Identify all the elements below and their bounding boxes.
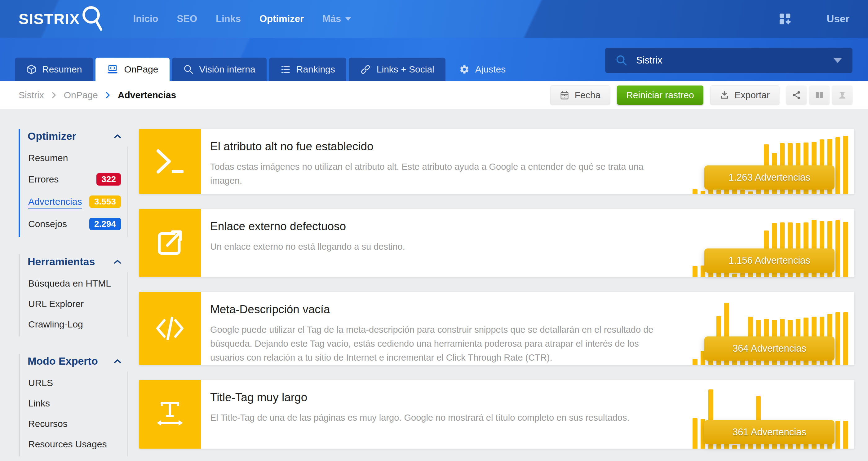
- page-actions: Fecha Reiniciar rastreo Exportar: [550, 86, 852, 105]
- secondary-actions: [786, 86, 852, 105]
- search-icon: [616, 55, 627, 66]
- chart-bar: [740, 443, 745, 449]
- project-search-input[interactable]: [636, 55, 825, 66]
- warnings-count-button[interactable]: 361 Advertencias: [704, 420, 835, 444]
- chevron-down-icon: [345, 17, 351, 21]
- graduate-icon: [838, 91, 847, 100]
- main-nav: Inicio SEO Links Optimizer Más: [133, 13, 352, 25]
- nav-item-optimizer[interactable]: Optimizer: [259, 13, 304, 25]
- warning-title[interactable]: Meta-Descripción vacía: [210, 303, 675, 316]
- warning-description: Todas estas imágenes no utilizan el atri…: [210, 160, 675, 188]
- breadcrumb-row: Sistrix OnPage Advertencias Fecha Reinic…: [0, 81, 868, 109]
- tab-rankings[interactable]: Rankings: [269, 58, 346, 81]
- sistrix-logo[interactable]: SISTRIX: [19, 5, 103, 33]
- sidebar-item-urls[interactable]: URLS: [28, 373, 122, 393]
- warnings-count-button[interactable]: 1.156 Advertencias: [704, 249, 835, 273]
- sidebar-item-resumen[interactable]: Resumen: [28, 148, 122, 168]
- section-items: URLS Links Recursos Resources Usages: [19, 371, 128, 456]
- warning-card-broken-external-link: Enlace externo defectuoso Un enlace exte…: [139, 209, 855, 277]
- reiniciar-rastreo-button[interactable]: Reiniciar rastreo: [617, 86, 703, 105]
- sidebar-item-resources-usages[interactable]: Resources Usages: [28, 434, 122, 455]
- share-button[interactable]: [786, 86, 807, 105]
- breadcrumb-onpage[interactable]: OnPage: [64, 90, 98, 100]
- code-icon: [139, 292, 201, 365]
- chevron-down-icon[interactable]: [833, 58, 842, 63]
- warning-card-title-tag-too-long: Title-Tag muy largo El Title-Tag de una …: [139, 380, 855, 449]
- sidebar-item-consejos[interactable]: Consejos 2.294: [28, 213, 122, 235]
- logo-text: SISTRIX: [19, 10, 80, 28]
- search-icon: [183, 64, 194, 75]
- sidebar-item-errores[interactable]: Errores 322: [28, 168, 122, 191]
- chart-bar: [701, 191, 706, 194]
- optimizer-tabstrip: Resumen OnPage Visión interna Rankings: [0, 38, 868, 81]
- breadcrumb-advertencias: Advertencias: [118, 90, 176, 100]
- sidebar-item-busqueda-html[interactable]: Búsqueda en HTML: [28, 273, 122, 294]
- calendar-icon: [560, 91, 569, 100]
- warning-title[interactable]: El atributo alt no fue establecido: [210, 140, 675, 153]
- sidebar-section-herramientas: Herramientas Búsqueda en HTML URL Explor…: [19, 254, 128, 336]
- share-icon: [792, 91, 801, 100]
- chart-bar: [692, 266, 698, 277]
- warnings-count-button[interactable]: 1.263 Advertencias: [704, 165, 835, 190]
- chart-bar: [835, 312, 840, 365]
- tab-onpage[interactable]: OnPage: [95, 58, 169, 81]
- warning-cards: El atributo alt no fue establecido Todas…: [139, 129, 855, 461]
- chevron-up-icon: [114, 259, 122, 265]
- exportar-button[interactable]: Exportar: [710, 86, 779, 105]
- chart-bar: [843, 312, 848, 365]
- tab-links-social[interactable]: Links + Social: [349, 58, 445, 81]
- nav-item-mas[interactable]: Más: [322, 13, 351, 25]
- nav-item-links[interactable]: Links: [216, 13, 241, 25]
- chart-bar: [708, 189, 713, 194]
- warning-title[interactable]: Enlace externo defectuoso: [210, 220, 675, 233]
- nav-item-seo[interactable]: SEO: [177, 13, 197, 25]
- hints-count-badge: 2.294: [89, 218, 121, 230]
- tab-vision-interna[interactable]: Visión interna: [172, 58, 267, 81]
- section-header-modo-experto[interactable]: Modo Experto: [19, 354, 128, 371]
- chevron-right-icon: [105, 91, 111, 99]
- docs-button[interactable]: [809, 86, 830, 105]
- external-link-icon: [139, 209, 201, 277]
- academy-button[interactable]: [832, 86, 852, 105]
- sidebar-item-crawling-log[interactable]: Crawling-Log: [28, 314, 122, 335]
- tab-resumen[interactable]: Resumen: [15, 58, 93, 81]
- chart-bar: [692, 418, 698, 449]
- content-area: Optimizer Resumen Errores 322 Advertenci…: [0, 109, 868, 461]
- ranked-list-icon: [280, 64, 291, 75]
- chart-bar: [716, 190, 721, 194]
- section-items: Resumen Errores 322 Advertencias 3.553 C…: [19, 146, 128, 237]
- tab-ajustes[interactable]: Ajustes: [448, 58, 517, 81]
- sidebar-section-optimizer: Optimizer Resumen Errores 322 Advertenci…: [19, 129, 128, 237]
- section-header-optimizer[interactable]: Optimizer: [19, 129, 128, 146]
- text-width-icon: [139, 380, 201, 449]
- nav-item-inicio[interactable]: Inicio: [133, 13, 158, 25]
- sidebar-item-advertencias[interactable]: Advertencias 3.553: [28, 191, 122, 213]
- sidebar-item-links[interactable]: Links: [28, 393, 122, 414]
- chart-bar: [843, 421, 848, 449]
- apps-grid-icon[interactable]: [778, 12, 793, 26]
- chart-bar: [843, 222, 848, 277]
- warning-title[interactable]: Title-Tag muy largo: [210, 391, 675, 404]
- navbar-right: User: [778, 12, 849, 26]
- sidebar-section-modo-experto: Modo Experto URLS Links Recursos Resourc…: [19, 354, 128, 456]
- warnings-count-badge: 3.553: [89, 196, 121, 208]
- sidebar-item-recursos[interactable]: Recursos: [28, 414, 122, 434]
- book-icon: [814, 91, 824, 100]
- user-menu[interactable]: User: [827, 13, 849, 25]
- sidebar-item-url-explorer[interactable]: URL Explorer: [28, 294, 122, 314]
- chart-bar: [835, 137, 840, 194]
- warning-card-empty-meta-description: Meta-Descripción vacía Google puede util…: [139, 292, 855, 365]
- project-search[interactable]: [605, 48, 852, 73]
- top-navbar: SISTRIX Inicio SEO Links Optimizer Más U…: [0, 0, 868, 38]
- chart-bar: [740, 273, 745, 277]
- warning-description: El Title-Tag de una de las páginas es mu…: [210, 411, 675, 425]
- warnings-count-button[interactable]: 364 Advertencias: [704, 336, 835, 361]
- chart-bar: [692, 189, 698, 194]
- chevron-right-icon: [51, 91, 57, 99]
- terminal-icon: [139, 129, 201, 194]
- breadcrumb-sistrix[interactable]: Sistrix: [19, 90, 44, 100]
- chart-bar: [740, 190, 745, 194]
- chart-bar: [835, 220, 840, 277]
- fecha-button[interactable]: Fecha: [550, 86, 610, 105]
- section-header-herramientas[interactable]: Herramientas: [19, 254, 128, 272]
